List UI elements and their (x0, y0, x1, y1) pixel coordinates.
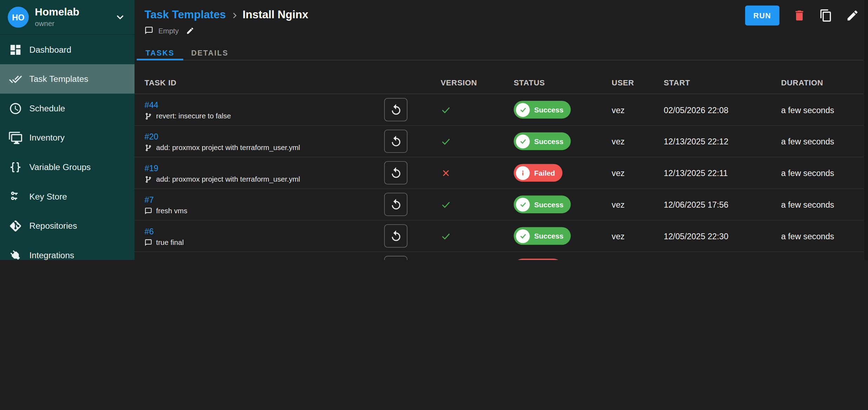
sidebar-item-key-store[interactable]: Key Store (0, 182, 134, 211)
status-label: Success (534, 105, 563, 114)
tab-tasks[interactable]: TASKS (137, 46, 183, 60)
sidebar-item-repositories[interactable]: Repositories (0, 211, 134, 241)
task-message-text: add: proxmox project with terraform_user… (156, 144, 300, 151)
sidebar-item-task-templates[interactable]: Task Templates (0, 64, 134, 94)
start-cell: 12/05/2025 22:30 (637, 231, 754, 241)
scrollbar[interactable] (863, 0, 868, 260)
status-success-icon (516, 197, 530, 211)
project-role: owner (35, 20, 79, 28)
status-failed-icon (516, 166, 530, 180)
column-status: STATUS (487, 78, 585, 87)
status-badge: Failed (514, 164, 562, 182)
user-cell: vez (585, 105, 637, 115)
restart-task-button[interactable] (384, 224, 407, 247)
replay-icon (389, 229, 402, 242)
table-header: TASK ID VERSION STATUS USER START DURATI… (134, 72, 868, 94)
task-id-link[interactable]: #6 (144, 227, 378, 235)
restart-task-button[interactable] (384, 161, 407, 184)
task-id-link[interactable]: #7 (144, 195, 378, 204)
sidebar-item-label: Variable Groups (29, 162, 91, 172)
sidebar-nav: Dashboard Task Templates Schedule Invent… (0, 35, 134, 260)
task-message: true final (144, 239, 378, 246)
project-name: Homelab (35, 7, 79, 18)
column-start: START (637, 78, 754, 87)
task-id-link[interactable]: #5 (144, 258, 378, 260)
description-text: Empty (158, 26, 179, 35)
version-cell (414, 136, 487, 147)
status-label: Success (534, 232, 563, 240)
breadcrumb-task-templates[interactable]: Task Templates (144, 8, 226, 21)
task-message: add: proxmox project with terraform_user… (144, 144, 378, 151)
task-message-text: true final (156, 239, 184, 246)
version-cell (414, 168, 487, 178)
status-badge: Success (514, 132, 571, 150)
dashboard-icon (9, 43, 22, 56)
duration-cell: a few seconds (754, 137, 868, 146)
project-selector[interactable]: HO Homelab owner (0, 0, 134, 35)
sidebar-item-variable-groups[interactable]: Variable Groups (0, 152, 134, 182)
check-all-icon (9, 72, 22, 86)
version-ok-icon (441, 104, 451, 115)
template-actions: RUN (745, 6, 859, 26)
main-content: Task Templates Install Nginx RUN Empty T… (134, 0, 868, 260)
column-duration: DURATION (754, 78, 868, 87)
copy-icon (819, 9, 833, 22)
trash-icon (793, 9, 806, 22)
status-badge: Failed (514, 259, 562, 260)
column-task-id: TASK ID (134, 78, 378, 87)
sidebar-item-integrations[interactable]: Integrations (0, 240, 134, 260)
sidebar-item-label: Schedule (29, 103, 65, 113)
restart-task-button[interactable] (384, 98, 407, 121)
start-cell: 12/13/2025 22:11 (637, 168, 754, 177)
sidebar-item-dashboard[interactable]: Dashboard (0, 35, 134, 64)
replay-icon (389, 135, 402, 148)
duration-cell: a few seconds (754, 231, 868, 241)
user-cell: vez (585, 168, 637, 177)
start-cell: 02/05/2026 22:08 (637, 105, 754, 115)
task-id-link[interactable]: #20 (144, 132, 378, 141)
sidebar-item-schedule[interactable]: Schedule (0, 93, 134, 123)
column-version: VERSION (414, 78, 487, 87)
sidebar: HO Homelab owner Dashboard Task Template… (0, 0, 134, 260)
clock-icon (9, 102, 22, 115)
table-row: #19 add: proxmox project with terraform_… (134, 157, 868, 189)
status-badge: Success (514, 196, 571, 213)
sidebar-item-label: Repositories (29, 221, 77, 230)
git-branch-icon (144, 175, 152, 183)
sidebar-item-label: Key Store (29, 191, 67, 201)
version-cell (414, 231, 487, 241)
sidebar-item-label: Inventory (29, 133, 65, 143)
replay-icon (389, 167, 402, 179)
table-row: #6 true final Success vez (134, 220, 868, 252)
git-branch-icon (144, 112, 152, 120)
version-ok-icon (441, 231, 451, 241)
version-ok-icon (441, 199, 451, 210)
app-window: HO Homelab owner Dashboard Task Template… (0, 0, 868, 260)
chevron-right-icon (229, 10, 241, 21)
task-id-link[interactable]: #44 (144, 100, 378, 109)
duration-cell: a few seconds (754, 168, 868, 177)
tab-details[interactable]: DETAILS (183, 46, 236, 60)
task-id-link[interactable]: #19 (144, 164, 378, 172)
task-message: add: proxmox project with terraform_user… (144, 175, 378, 183)
sidebar-item-label: Dashboard (29, 45, 72, 54)
restart-task-button[interactable] (384, 193, 407, 216)
restart-task-button[interactable] (384, 130, 407, 153)
restart-task-button[interactable] (384, 256, 407, 260)
edit-button[interactable] (846, 9, 859, 22)
task-message: fresh vms (144, 207, 378, 215)
user-cell: vez (585, 231, 637, 241)
sidebar-item-inventory[interactable]: Inventory (0, 123, 134, 152)
run-button[interactable]: RUN (745, 6, 780, 26)
status-success-icon (516, 229, 530, 243)
edit-description-icon[interactable] (186, 26, 194, 35)
duration-cell: a few seconds (754, 105, 868, 115)
chevron-down-icon[interactable] (113, 11, 127, 24)
user-cell: vez (585, 137, 637, 146)
table-row: #20 add: proxmox project with terraform_… (134, 126, 868, 157)
delete-button[interactable] (793, 9, 806, 22)
message-icon (144, 207, 152, 215)
copy-button[interactable] (819, 9, 833, 22)
page-title: Install Nginx (243, 8, 308, 21)
status-label: Failed (534, 169, 555, 177)
